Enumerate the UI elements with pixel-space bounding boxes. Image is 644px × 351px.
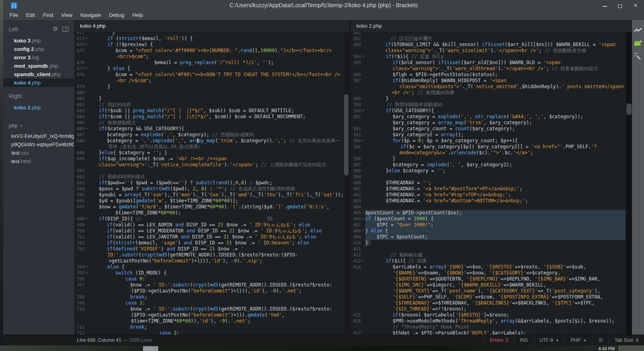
code-row[interactable]: 391$ary_category = explode(',', str_repl… [350, 114, 626, 120]
file-mod_spamdb-php[interactable]: mod_spamdb.php [3, 62, 74, 70]
code-row[interactable]: ($PIO->getLastPostNo("beforeCommit")+1))… [74, 312, 343, 318]
lint-status[interactable] [592, 335, 609, 345]
code-row[interactable]: 677▼} else { [74, 66, 343, 72]
code-row[interactable]: 412// 最終輸出處 [350, 252, 626, 258]
code-row[interactable]: 695$youbi = array(_T('sun'),_T('mon'),_T… [74, 192, 343, 198]
code-row[interactable]: 704▼else { [74, 264, 343, 270]
code-row[interactable]: 410} [350, 240, 626, 246]
code-row[interactable]: 684if(!$com || preg_match("/^[ | |\t]*$/… [74, 114, 343, 120]
code-row[interactable]: <br/>$com"; [74, 54, 343, 60]
file-error-3-log[interactable]: error 3.log [3, 53, 74, 62]
menu-item-view[interactable]: View [57, 11, 76, 20]
errors-indicator[interactable]: Errors: 2 [484, 335, 514, 345]
language-select[interactable]: PHP▼ [565, 335, 592, 345]
code-row[interactable]: 698▼if(DISP_ID){ // ID [74, 216, 343, 222]
code-row[interactable]: 389// 對類別標籤作自動連結 [350, 102, 626, 108]
code-row[interactable]: 689}else{ $category = ''; } [74, 150, 343, 156]
menu-item-file[interactable]: File [6, 11, 22, 20]
code-row[interactable]: 386$flgh = $PIO->getPostStatus($status); [350, 72, 626, 78]
menu-item-navigate[interactable]: Navigate [76, 11, 105, 20]
code-row[interactable]: 403$THREADNAV.= '<a href="#bottom">BOTTO… [350, 198, 626, 204]
magic-wand-icon[interactable] [634, 52, 642, 60]
extension-manager-icon[interactable] [634, 39, 642, 47]
file-koko-3-php[interactable]: koko 3.php [3, 36, 74, 45]
code-editor-right[interactable]: 381382// 設定討論串屬性383if(STORAGE_LIMIT && $… [350, 32, 626, 335]
file-config-2-php[interactable]: config 2.php [3, 45, 74, 53]
code-row[interactable]: class="warning">'._T('warn_oldthread').'… [350, 66, 626, 72]
code-row[interactable]: 681} [74, 96, 343, 102]
code-row[interactable]: 710$now .= ' ID:'.substr(crypt(md5(getRE… [74, 306, 343, 312]
file-kxv2-eeudyizf_lxq-hrmltgp[interactable]: kxV2-EeUdyizF_lxQ-hrmltgp [3, 132, 74, 140]
fold-arrow-icon[interactable]: ▼ [85, 36, 89, 42]
menu-item-debug[interactable]: Debug [105, 11, 128, 20]
code-row[interactable]: 706case 0: [74, 276, 343, 282]
code-row[interactable]: 679} [74, 84, 343, 90]
code-row[interactable]: $ary_category = array_map('trim', $ary_c… [350, 120, 626, 126]
fold-arrow-icon[interactable]: ▼ [361, 216, 365, 222]
code-row[interactable]: 409$TPC = $postCount; [350, 234, 626, 240]
code-row[interactable]: 398}else $category = ''; [350, 168, 626, 174]
code-row[interactable]: 680 [74, 90, 343, 96]
code-row[interactable]: class="omittedposts">'._T('notice_omitte… [350, 84, 626, 90]
file-spamdb_client-php[interactable]: spamdb_client.php [3, 70, 74, 79]
code-row[interactable]: 384▼if(!$i){ // 首篇 Only [350, 54, 626, 60]
code-row[interactable]: 674▼if (!$preview) { [74, 42, 343, 48]
code-row[interactable]: 404 [350, 204, 626, 210]
scrollbar-thumb[interactable] [344, 94, 348, 176]
file-koko-2-php[interactable]: koko 2.php [3, 103, 74, 112]
code-row[interactable]: 678$com = "<font color=\"#F00\"><b>DON'T… [74, 72, 343, 78]
code-row[interactable]: 字串（左右含,便可以直接以,XX,形式搜尋） [74, 144, 343, 150]
file-koko-4-php[interactable]: koko 4.php [3, 79, 74, 87]
scrollbar-thumb[interactable] [626, 103, 632, 115]
code-row[interactable]: '{$SELF}'=>PHP_SELF, '{$COM}'=>$com, '{$… [350, 294, 626, 300]
gear-icon[interactable]: ⚙ [53, 26, 58, 32]
code-row[interactable]: 385if($old_sensor) if(isset($arr_old[$no… [350, 60, 626, 66]
code-row[interactable]: 382// 設定討論串屬性 [350, 36, 626, 42]
code-row[interactable]: 408▼} else { [350, 228, 626, 234]
code-row[interactable]: 697$now = gmdate('Y/m/d', $time+TIME_ZON… [74, 204, 343, 210]
code-row[interactable]: class="warning">'._T('notice_incompletef… [74, 162, 343, 168]
code-row[interactable]: 691 [74, 168, 343, 174]
code-row[interactable]: 707$now .= ' ID:'.substr(crypt(md5(getRE… [74, 282, 343, 288]
code-row[interactable]: <br />$com"; [74, 78, 343, 84]
code-row[interactable]: $time+TIME_ZONE*60*60)),'id'), -9).'.net… [74, 318, 343, 324]
code-row[interactable]: '{$IMG_SRC}'=>$imgsrc, '{$WARN_BEKILL}'=… [350, 282, 626, 288]
code-row[interactable]: 682// 預設的內容 [74, 102, 343, 108]
scrollbar-right-pane[interactable] [626, 32, 632, 335]
code-row[interactable]: 413▼if($i){ // 回應 [350, 258, 626, 264]
minimize-button[interactable] [602, 3, 608, 8]
code-row[interactable]: '{$NAME}'=>$name, '{$NOW}'=>$now, '{$CAT… [350, 270, 626, 276]
code-row[interactable]: >getLastPostNo("beforeCommit")+1))),'id'… [74, 258, 343, 264]
code-row[interactable]: mode=category&c='.urlencode($c).'">'.$c.… [350, 150, 626, 156]
code-row[interactable]: 676$email = preg_replace('/^roll( *)/i',… [74, 60, 343, 66]
code-row[interactable]: class="warning">'._T('warn_sizelimit').'… [350, 48, 626, 54]
code-row[interactable]: 399 [350, 174, 626, 180]
code-row[interactable]: 694$pass = $pwd ? substr(md5($pwd), 2, 8… [74, 186, 343, 192]
encoding-select[interactable]: UTF-8▼ [533, 335, 565, 345]
code-row[interactable]: 693if($pwd=='') $pwd = ($pwdc=='') ? sub… [74, 180, 343, 186]
code-row[interactable]: 672} [74, 32, 343, 36]
menu-item-help[interactable]: Help [128, 11, 147, 20]
code-row[interactable]: ($PIO->getLastPostNo("beforeCommit")+1))… [74, 288, 343, 294]
code-row[interactable]: 392$ary_category_count = count($ary_cate… [350, 126, 626, 132]
menu-item-edit[interactable]: Edit [22, 11, 39, 20]
code-row[interactable]: 402$THREADNAV.= '<a href="#top">TOP</a>&… [350, 192, 626, 198]
restore-button[interactable] [618, 3, 623, 8]
fold-arrow-icon[interactable]: ▼ [361, 54, 365, 60]
code-row[interactable]: $time+TIME_ZONE*60*60); [74, 210, 343, 216]
pane-right-filename[interactable]: koko 2.php [350, 20, 632, 32]
fold-arrow-icon[interactable]: ▼ [361, 210, 365, 216]
code-row[interactable]: 696$yd = $youbi[gmdate('w', $time+TIME_Z… [74, 198, 343, 204]
code-row[interactable]: 390▼if(USE_CATEGORY){ [350, 108, 626, 114]
code-row[interactable]: 414$arrLabels = array('{$NO}'=>$no, '{$R… [350, 264, 626, 270]
close-button[interactable]: ✕ [633, 3, 638, 8]
code-row[interactable]: 685// 修整標籤樣式 [74, 120, 343, 126]
code-row[interactable]: 699if(valid() == LEV_ADMIN and DISP_ID =… [74, 222, 343, 228]
code-row[interactable]: 394▼for($p = 0; $p < $ary_category_count… [350, 138, 626, 144]
pane-left-filename[interactable]: koko 4.php [74, 20, 350, 32]
menu-item-find[interactable]: Find [39, 11, 57, 20]
project-dropdown[interactable]: php▾ [3, 117, 74, 129]
code-row[interactable]: 688$category = ','.implode(',', array_ma… [74, 138, 343, 144]
code-row[interactable]: 709case 1: [74, 300, 343, 306]
code-row[interactable]: 407$TPC = "Over 1000!"; [350, 222, 626, 228]
